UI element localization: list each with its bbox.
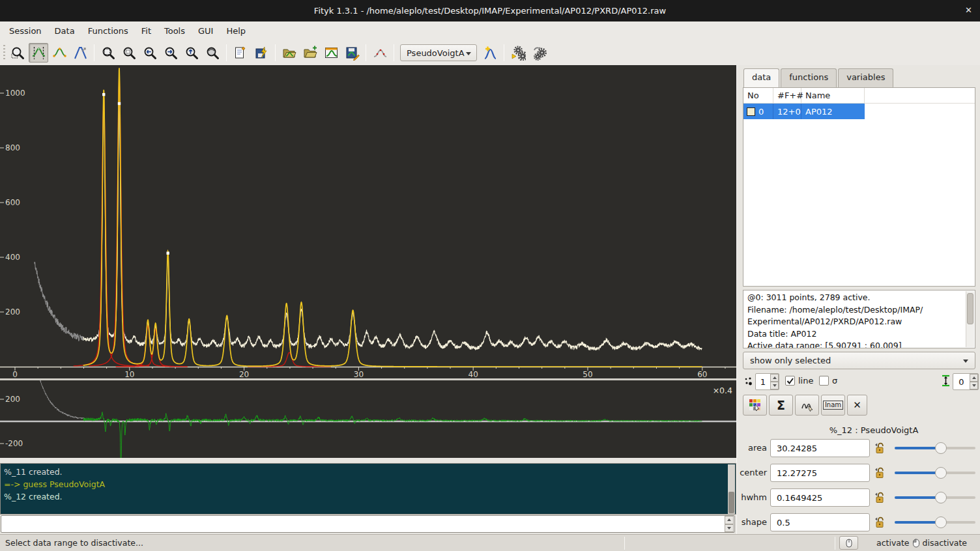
unlock-icon[interactable]: [874, 442, 886, 455]
area-slider[interactable]: [895, 442, 975, 454]
line-checkbox-label[interactable]: line: [798, 376, 813, 386]
aux-residual-curve: [83, 412, 702, 458]
unlock-icon[interactable]: [874, 466, 886, 479]
tab-functions[interactable]: functions: [781, 68, 837, 87]
history-down-button[interactable]: [725, 524, 734, 533]
main-plot[interactable]: 01020304050602004006008001000: [0, 65, 736, 378]
menu-help[interactable]: Help: [220, 23, 252, 38]
export-data-icon[interactable]: [342, 43, 362, 63]
aux-residual-plot[interactable]: 200 -200 ×0.4: [0, 380, 736, 458]
menu-data[interactable]: Data: [48, 23, 81, 38]
svg-text:400: 400: [5, 253, 20, 262]
menu-fit[interactable]: Fit: [135, 23, 158, 38]
unlock-icon[interactable]: [874, 491, 886, 504]
menu-tools[interactable]: Tools: [158, 23, 192, 38]
display-mode-select[interactable]: show only selected: [743, 352, 975, 369]
history-up-button[interactable]: [725, 516, 734, 524]
script-editor-icon[interactable]: [231, 43, 250, 63]
slider-handle[interactable]: [935, 516, 947, 528]
sigma-checkbox-label[interactable]: σ: [832, 376, 837, 386]
delete-button[interactable]: ✕: [847, 395, 867, 416]
menu-session[interactable]: Session: [3, 23, 48, 38]
data-list-row[interactable]: 0 12+0 AP012: [743, 104, 865, 119]
svg-text:600: 600: [5, 198, 20, 207]
window-title: Fityk 1.3.1 - /home/aleplo/test/Desktop/…: [314, 6, 666, 16]
shape-slider[interactable]: [895, 516, 975, 528]
append-data-icon[interactable]: [300, 43, 320, 63]
data-list[interactable]: No #F+# Name 0 12+0 AP012: [743, 87, 975, 287]
hwhm-slider[interactable]: [895, 492, 975, 503]
tab-data[interactable]: data: [743, 68, 779, 88]
area-field[interactable]: 30.24285: [770, 439, 870, 457]
mouse-config-button[interactable]: [839, 536, 858, 550]
param-label: area: [737, 443, 767, 453]
shift-stepper[interactable]: 0: [953, 373, 979, 390]
toolbar-drag-handle[interactable]: [3, 45, 5, 61]
rename-button[interactable]: Inam: [821, 395, 845, 416]
menu-gui[interactable]: GUI: [192, 23, 220, 38]
add-peak-mode-icon[interactable]: [70, 43, 90, 63]
center-field[interactable]: 12.27275: [770, 464, 870, 482]
param-row-center: center 12.27275: [737, 464, 980, 483]
sigma-checkbox[interactable]: [819, 376, 829, 386]
stepper-down-button[interactable]: [970, 382, 978, 389]
data-info-box[interactable]: @0: 3011 points, 2789 active. Filename: …: [743, 290, 975, 348]
zoom-all-icon[interactable]: [98, 43, 118, 63]
slider-handle[interactable]: [935, 467, 947, 479]
stepper-up-button[interactable]: [970, 374, 978, 382]
console-scrollbar[interactable]: [728, 464, 735, 514]
save-plot-image-icon[interactable]: [321, 43, 341, 63]
hwhm-field[interactable]: 0.1649425: [770, 488, 870, 507]
column-header-name[interactable]: Name: [801, 88, 865, 103]
add-point-mode-icon[interactable]: [50, 43, 69, 63]
toolbar-separator: [504, 44, 504, 61]
zoom-previous-icon[interactable]: [203, 43, 222, 63]
zoom-selection-icon[interactable]: [119, 43, 139, 63]
data-colors-button[interactable]: [743, 395, 767, 416]
zoom-select-mode-icon[interactable]: [8, 43, 27, 63]
stepper-down-button[interactable]: [770, 382, 779, 389]
function-type-select[interactable]: PseudoVoigtA: [400, 44, 477, 61]
color-grid-icon: [749, 399, 762, 412]
open-data-icon[interactable]: [280, 43, 299, 63]
console-scrollbar-thumb[interactable]: [728, 492, 734, 513]
auto-add-peak-icon[interactable]: [480, 43, 500, 63]
console-output[interactable]: %_11 created. =-> guess PseudoVoigtA %_1…: [0, 463, 736, 515]
center-slider[interactable]: [895, 467, 975, 479]
strip-background-icon[interactable]: [370, 43, 390, 63]
menu-functions[interactable]: Functions: [81, 23, 135, 38]
sum-button[interactable]: Σ: [769, 395, 793, 416]
unlock-icon[interactable]: [874, 516, 886, 529]
info-scrollbar-thumb[interactable]: [967, 293, 973, 324]
slider-handle[interactable]: [935, 492, 947, 503]
data-range-mode-icon[interactable]: [29, 43, 48, 63]
command-input-wrapper: [1, 515, 735, 533]
chevron-down-icon: [466, 52, 471, 55]
point-size-stepper[interactable]: 1: [755, 373, 779, 390]
execute-script-icon[interactable]: [252, 43, 271, 63]
slider-handle[interactable]: [935, 442, 947, 454]
run-fit-icon[interactable]: [508, 43, 528, 63]
title-bar[interactable]: Fityk 1.3.1 - /home/aleplo/test/Desktop/…: [0, 0, 980, 21]
svg-text:20: 20: [239, 370, 249, 378]
tab-variables[interactable]: variables: [838, 68, 893, 87]
column-header-no[interactable]: No: [743, 88, 773, 103]
toolbar-separator: [366, 44, 366, 61]
zoom-vertical-icon[interactable]: [182, 43, 201, 63]
svg-text:1000: 1000: [5, 89, 25, 98]
apply-function-button[interactable]: [795, 395, 819, 416]
sigma-icon: Σ: [777, 398, 785, 412]
zoom-right-icon[interactable]: [161, 43, 180, 63]
line-checkbox[interactable]: [785, 376, 795, 386]
command-input[interactable]: [3, 517, 716, 531]
dataset-number: 0: [758, 107, 764, 117]
undo-fit-icon[interactable]: [529, 43, 549, 63]
shape-field[interactable]: 0.5: [770, 513, 870, 531]
stepper-up-button[interactable]: [770, 374, 779, 382]
close-icon[interactable]: ✕: [965, 5, 972, 15]
model-sum-curve: [83, 68, 702, 367]
zoom-left-icon[interactable]: [140, 43, 160, 63]
info-scrollbar[interactable]: [966, 291, 974, 347]
column-header-f[interactable]: #F+#: [773, 88, 801, 103]
dataset-color-swatch[interactable]: [747, 107, 755, 116]
